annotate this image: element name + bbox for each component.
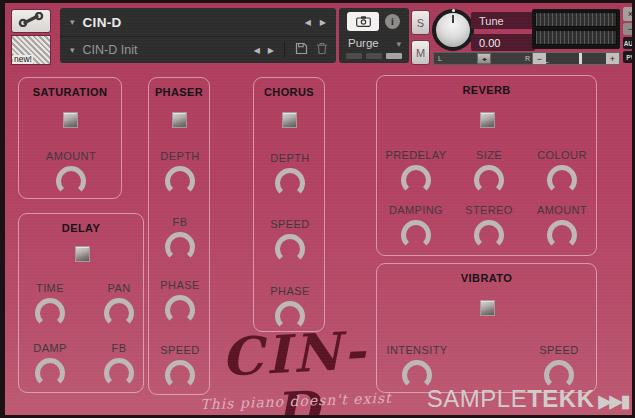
snapshot-camera-button[interactable]	[347, 12, 379, 31]
next-patch-icon[interactable]: ▶	[268, 46, 274, 55]
reverb-amount-knob[interactable]	[547, 220, 577, 250]
volume-plus[interactable]: +	[606, 53, 619, 64]
knob-label: STEREO	[465, 204, 513, 216]
mute-button[interactable]: M	[411, 40, 430, 65]
brand-light: SAMPLE	[427, 385, 527, 413]
knob-label: SIZE	[476, 149, 502, 161]
phaser-fb-knob[interactable]	[165, 232, 195, 262]
knob-label: DEPTH	[270, 152, 309, 164]
minimize-button[interactable]: −	[623, 23, 635, 35]
chorus-speed-knob[interactable]	[275, 234, 305, 264]
delay-fb-knob[interactable]	[104, 358, 134, 388]
patch-name: CIN-D Init	[83, 43, 138, 57]
tune-knob-marker	[452, 9, 455, 12]
prev-instrument-icon[interactable]: ◀	[305, 18, 311, 27]
tune-value[interactable]: 0.00	[471, 34, 535, 51]
save-icon[interactable]	[295, 41, 308, 59]
patch-row[interactable]: ▾ CIN-D Init ◀ ▶	[60, 37, 336, 63]
fast-forward-icon: ▶▶▮	[598, 391, 628, 412]
chorus-enable-button[interactable]	[282, 112, 297, 128]
pan-right-label: R	[525, 55, 530, 62]
next-instrument-icon[interactable]: ▶	[320, 18, 326, 27]
level-meters	[532, 9, 620, 49]
knob-label: AMOUNT	[537, 204, 587, 216]
saturation-enable-button[interactable]	[63, 112, 78, 128]
tune-label: Tune	[471, 12, 535, 29]
memory-segment	[386, 53, 402, 59]
wrench-icon	[18, 12, 44, 31]
phaser-phase-knob[interactable]	[165, 295, 195, 325]
chorus-depth-knob[interactable]	[275, 168, 305, 198]
chevron-down-icon[interactable]: ▾	[70, 17, 75, 27]
knob-label: COLOUR	[537, 149, 586, 161]
saturation-panel: SATURATION AMOUNT	[18, 77, 122, 199]
memory-indicator	[346, 53, 402, 59]
chevron-down-icon[interactable]: ▾	[70, 45, 75, 55]
prev-patch-icon[interactable]: ◀	[254, 46, 260, 55]
instrument-name: CIN-D	[83, 15, 122, 30]
reverb-size-knob[interactable]	[474, 165, 504, 195]
phaser-title: PHASER	[149, 86, 209, 98]
knob-label: SPEED	[270, 218, 309, 230]
tune-knob[interactable]	[432, 9, 474, 51]
knob-label: PHASE	[160, 279, 199, 291]
phaser-enable-button[interactable]	[172, 112, 187, 128]
phaser-depth-knob[interactable]	[165, 166, 195, 196]
knob-label: SPEED	[160, 344, 199, 356]
vibrato-enable-button[interactable]	[480, 300, 495, 316]
saturation-amount-knob[interactable]	[56, 166, 86, 196]
saturation-title: SATURATION	[19, 86, 121, 98]
volume-minus[interactable]: −	[533, 53, 546, 64]
volume-track[interactable]	[546, 53, 606, 64]
chevron-down-icon[interactable]: ▾	[396, 39, 401, 49]
delay-title: DELAY	[19, 222, 143, 234]
kontakt-header: new! ▾ CIN-D ◀ ▶ ▾ CIN-D Init ◀ ▶	[5, 3, 632, 65]
knob-label: DEPTH	[160, 150, 199, 162]
pv-button[interactable]: PV	[623, 51, 635, 63]
pan-left-label: L	[438, 55, 442, 62]
level-meter-left	[535, 12, 617, 27]
info-icon[interactable]: i	[385, 14, 400, 29]
trash-icon[interactable]	[316, 41, 328, 59]
instrument-title-row[interactable]: ▾ CIN-D ◀ ▶	[60, 8, 336, 37]
instrument-header-box: ▾ CIN-D ◀ ▶ ▾ CIN-D Init ◀ ▶	[60, 8, 336, 63]
vibrato-title: VIBRATO	[377, 272, 596, 284]
solo-button[interactable]: S	[411, 10, 430, 35]
close-button[interactable]: ×	[623, 7, 635, 21]
reverb-predelay-knob[interactable]	[401, 165, 431, 195]
kontakt-instrument-window: new! ▾ CIN-D ◀ ▶ ▾ CIN-D Init ◀ ▶	[0, 0, 635, 418]
memory-segment	[346, 53, 362, 59]
phaser-speed-knob[interactable]	[165, 360, 195, 390]
volume-handle[interactable]	[579, 53, 582, 64]
reverb-panel: REVERB PREDELAY SIZE COLOUR DAMPING STER…	[376, 75, 597, 256]
memory-segment	[366, 53, 382, 59]
knob-label: DAMP	[33, 342, 66, 354]
reverb-stereo-knob[interactable]	[474, 220, 504, 250]
delay-damp-knob[interactable]	[35, 358, 65, 388]
aux-button[interactable]: AUX	[623, 37, 635, 49]
reverb-enable-button[interactable]	[480, 112, 495, 128]
delay-pan-knob[interactable]	[104, 298, 134, 328]
knob-label: FB	[112, 342, 127, 354]
sampletekk-logo: SAMPLETEKK ▶▶▮	[427, 385, 628, 413]
volume-slider[interactable]: − +	[532, 52, 620, 65]
vibrato-panel: VIBRATO INTENSITY SPEED	[376, 263, 597, 393]
snapshot-box: i Purge ▾	[339, 8, 409, 63]
reverb-colour-knob[interactable]	[547, 165, 577, 195]
pan-slider-handle[interactable]: ◂▸	[477, 53, 491, 64]
purge-menu[interactable]: Purge	[348, 37, 379, 49]
wrench-button[interactable]	[11, 9, 51, 33]
knob-label: DAMPING	[389, 204, 443, 216]
divider	[284, 42, 285, 58]
reverb-damping-knob[interactable]	[401, 220, 431, 250]
pan-slider[interactable]: L R ◂▸	[433, 52, 535, 65]
reverb-title: REVERB	[377, 84, 596, 96]
knob-label: FB	[173, 216, 188, 228]
chorus-title: CHORUS	[254, 86, 324, 98]
new-badge[interactable]: new!	[11, 35, 51, 65]
knob-label: TIME	[36, 282, 64, 294]
delay-time-knob[interactable]	[35, 298, 65, 328]
brand-bold: TEKK	[527, 385, 594, 413]
tune-knob-pointer	[452, 15, 454, 23]
delay-enable-button[interactable]	[75, 246, 90, 262]
